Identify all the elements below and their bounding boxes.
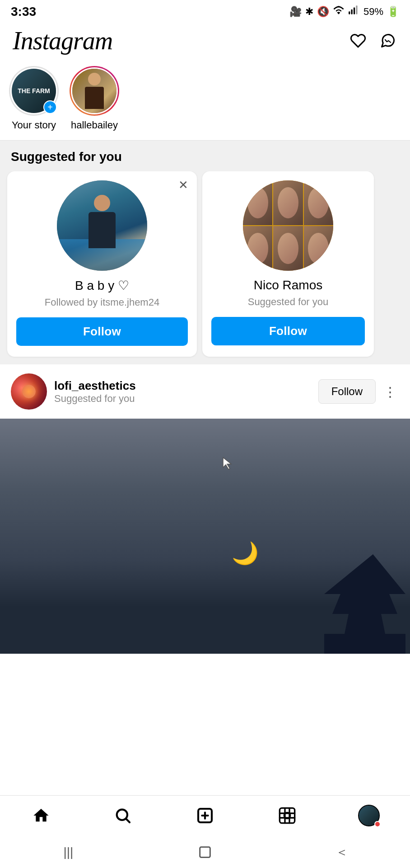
app-header: Instagram bbox=[0, 22, 410, 61]
story-label-your-story: Your story bbox=[12, 119, 56, 131]
heart-icon[interactable] bbox=[349, 31, 368, 50]
story-avatar-halle bbox=[72, 69, 116, 113]
svg-rect-0 bbox=[349, 11, 350, 14]
profile-avatar bbox=[358, 805, 380, 826]
svg-rect-1 bbox=[351, 9, 352, 14]
svg-line-5 bbox=[126, 819, 130, 822]
follow-button-baby[interactable]: Follow bbox=[16, 317, 188, 346]
post-image: 🌙 bbox=[0, 419, 410, 654]
battery-level: 59% bbox=[363, 6, 383, 18]
more-options-button-lofi[interactable]: ⋮ bbox=[381, 382, 399, 401]
suggested-title: Suggested for you bbox=[0, 150, 410, 171]
lofi-glow-element bbox=[22, 385, 36, 398]
follow-button-lofi[interactable]: Follow bbox=[318, 379, 376, 404]
status-icons: 🎥 ✱ 🔇 59% 🔋 bbox=[289, 5, 399, 19]
nav-reels-button[interactable] bbox=[269, 802, 305, 829]
battery-icon: 🔋 bbox=[387, 6, 399, 18]
nico-avatar-grid bbox=[243, 180, 333, 271]
header-icons bbox=[349, 31, 397, 50]
card-name-nico: Nico Ramos bbox=[254, 278, 322, 292]
suggestion-list-item-lofi: lofi_aesthetics Suggested for you Follow… bbox=[0, 364, 410, 419]
svg-rect-15 bbox=[200, 847, 210, 858]
nav-search-button[interactable] bbox=[105, 802, 141, 829]
bluetooth-icon: ✱ bbox=[305, 6, 313, 18]
messenger-icon[interactable] bbox=[378, 31, 397, 50]
add-story-button[interactable]: + bbox=[43, 100, 57, 114]
tree-silhouette bbox=[324, 554, 405, 654]
list-subtitle-lofi: Suggested for you bbox=[54, 393, 311, 405]
bottom-navigation bbox=[0, 795, 410, 836]
svg-rect-9 bbox=[280, 808, 294, 823]
card-name-baby: B a b y ♡ bbox=[75, 278, 129, 293]
nav-create-button[interactable] bbox=[187, 802, 223, 829]
card-subtitle-baby: Followed by itsme.jhem24 bbox=[45, 297, 159, 308]
signal-icon bbox=[348, 5, 360, 19]
story-label-halle: hallebailey bbox=[71, 119, 118, 131]
baby-person-figure bbox=[89, 195, 116, 248]
android-system-navigation: ||| ＜ bbox=[0, 836, 410, 868]
svg-rect-2 bbox=[354, 8, 355, 14]
suggestion-card-nico: Nico Ramos Suggested for you Follow bbox=[202, 171, 374, 357]
story-avatar-wrapper-halle bbox=[70, 66, 119, 116]
lofi-avatar-image bbox=[11, 373, 47, 410]
mute-icon: 🔇 bbox=[317, 6, 329, 18]
nav-home-button[interactable] bbox=[23, 802, 59, 829]
post-sky-background: 🌙 bbox=[0, 419, 410, 654]
story-ring-halle bbox=[70, 66, 119, 116]
wifi-icon bbox=[333, 5, 345, 19]
android-back-button[interactable]: ＜ bbox=[324, 839, 360, 866]
suggestion-cards-row: ✕ B a b y ♡ Followed by itsme.jhem24 Fol… bbox=[0, 171, 410, 364]
story-item-hallebailey[interactable]: hallebailey bbox=[70, 66, 119, 131]
close-card-baby-button[interactable]: ✕ bbox=[176, 178, 191, 192]
list-avatar-lofi bbox=[11, 373, 47, 410]
card-avatar-baby bbox=[57, 180, 147, 271]
suggestion-card-baby: ✕ B a b y ♡ Followed by itsme.jhem24 Fol… bbox=[7, 171, 197, 357]
app-logo: Instagram bbox=[13, 26, 112, 55]
profile-notification-dot bbox=[374, 821, 381, 827]
video-record-icon: 🎥 bbox=[289, 6, 302, 18]
svg-rect-3 bbox=[356, 5, 357, 14]
list-username-lofi: lofi_aesthetics bbox=[54, 379, 311, 393]
list-actions-lofi: Follow ⋮ bbox=[318, 379, 399, 404]
android-home-button[interactable] bbox=[187, 839, 223, 866]
moon-emoji: 🌙 bbox=[232, 541, 254, 563]
stories-section: THE FARM + Your story bbox=[0, 61, 410, 141]
story-item-your-story[interactable]: THE FARM + Your story bbox=[9, 66, 59, 131]
card-avatar-nico bbox=[243, 180, 333, 271]
follow-button-nico[interactable]: Follow bbox=[211, 317, 365, 345]
android-menu-button[interactable]: ||| bbox=[50, 839, 86, 866]
nav-profile-button[interactable] bbox=[351, 802, 387, 829]
story-avatar-inner-halle bbox=[71, 67, 118, 114]
status-bar: 3:33 🎥 ✱ 🔇 59% 🔋 bbox=[0, 0, 410, 22]
story-avatar-wrapper: THE FARM + bbox=[9, 66, 59, 116]
suggested-section: Suggested for you ✕ B a b y ♡ Followed b… bbox=[0, 141, 410, 419]
status-time: 3:33 bbox=[11, 5, 36, 19]
card-subtitle-nico: Suggested for you bbox=[248, 296, 329, 308]
list-info-lofi: lofi_aesthetics Suggested for you bbox=[54, 379, 311, 405]
